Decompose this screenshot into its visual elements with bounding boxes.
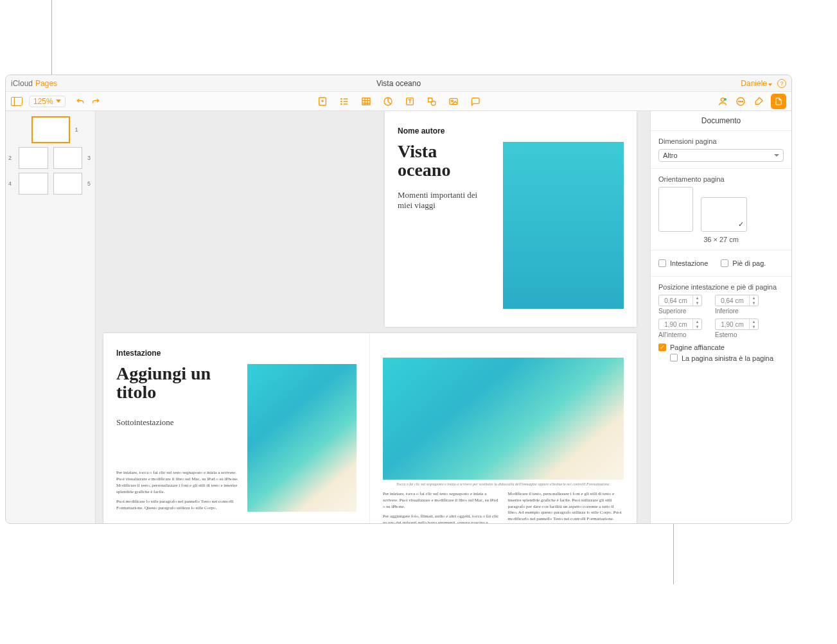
svg-point-8 [431, 101, 436, 105]
page-dimensions-text: 36 × 27 cm [658, 236, 784, 243]
page3-colA-2[interactable]: Per aggiungere foto, filmati, audio e al… [383, 514, 499, 523]
page-thumbnail-3[interactable] [53, 147, 83, 169]
format-button[interactable] [753, 96, 764, 107]
svg-point-11 [721, 98, 724, 101]
checkmark-icon: ✓ [738, 220, 744, 229]
chevron-down-icon [774, 154, 779, 157]
svg-rect-7 [428, 98, 432, 101]
image-placeholder-beach-1[interactable] [247, 364, 357, 512]
checkbox-icon [670, 354, 678, 361]
insert-page-button[interactable] [317, 96, 328, 107]
doc-big-title[interactable]: Vista oceano [398, 142, 494, 180]
page3-colB[interactable]: Modificare il testo, personalizzare i fo… [508, 491, 624, 523]
margin-bottom-stepper[interactable]: 0,64 cm▲▼ [715, 295, 759, 306]
help-button[interactable]: ? [777, 79, 786, 88]
left-page-first-checkbox[interactable]: La pagina sinistra è la pagina [670, 354, 784, 363]
document-title: Vista oceano [376, 79, 421, 88]
checkbox-checked-icon: ✓ [658, 344, 666, 351]
more-button[interactable] [735, 96, 746, 107]
brand-icloud: iCloud [11, 79, 33, 88]
chevron-down-icon [56, 100, 61, 103]
pagesize-select[interactable]: Altro [658, 149, 784, 162]
collaborate-button[interactable] [717, 96, 728, 107]
app-brand: iCloud Pages [11, 79, 57, 88]
document-inspector-button[interactable] [771, 94, 786, 109]
svg-point-10 [451, 100, 453, 102]
insert-shape-button[interactable] [426, 96, 437, 107]
page2-title[interactable]: Aggiungi un titolo [116, 364, 238, 402]
insert-text-button[interactable] [404, 96, 416, 107]
svg-point-15 [740, 101, 741, 101]
title-bar: iCloud Pages Vista oceano Daniele ? [6, 75, 791, 92]
inspector-title: Documento [651, 111, 791, 131]
image-placeholder-surfers[interactable] [503, 142, 624, 309]
facing-pages-checkbox[interactable]: ✓ Pagine affiancate [658, 344, 784, 351]
page-2[interactable]: Intestazione Aggiungi un titolo Sottoint… [103, 333, 370, 523]
checkbox-icon [721, 259, 728, 267]
doc-subtitle[interactable]: Momenti importanti dei miei viaggi [398, 190, 494, 211]
page-spread-2-3[interactable]: Intestazione Aggiungi un titolo Sottoint… [103, 333, 637, 523]
insert-chart-button[interactable] [382, 96, 394, 107]
margin-inside-stepper[interactable]: 1,90 cm▲▼ [658, 318, 702, 330]
svg-point-14 [739, 101, 739, 101]
undo-button[interactable] [75, 96, 86, 107]
image-caption[interactable]: Tocca o fai clic sul segnaposto e inizia… [383, 482, 624, 486]
document-canvas[interactable]: Nome autore Vista oceano Momenti importa… [96, 111, 650, 523]
page-thumbnails-panel: 1 2 3 4 5 [6, 111, 96, 523]
user-menu[interactable]: Daniele [741, 79, 772, 88]
page2-body-1[interactable]: Per iniziare, tocca o fai clic sul testo… [116, 470, 238, 495]
page-thumbnail-5[interactable] [53, 173, 83, 195]
app-window: iCloud Pages Vista oceano Daniele ? 125% [5, 74, 792, 524]
margin-outside-stepper[interactable]: 1,90 cm▲▼ [715, 318, 759, 330]
margin-top-stepper[interactable]: 0,64 cm▲▼ [658, 295, 702, 306]
page2-body-2[interactable]: Puoi modificare lo stile paragrafo nel p… [116, 499, 238, 512]
orientation-portrait[interactable] [658, 187, 693, 232]
page-thumbnail-4[interactable] [19, 173, 48, 195]
svg-point-2 [340, 101, 341, 101]
svg-point-3 [340, 103, 341, 104]
orientation-label: Orientamento pagina [658, 175, 784, 183]
toolbar: 125% [6, 92, 791, 111]
svg-point-12 [725, 98, 727, 100]
page-3[interactable]: Tocca o fai clic sul segnaposto e inizia… [370, 333, 637, 523]
redo-button[interactable] [90, 96, 101, 107]
page-thumbnail-2[interactable] [19, 147, 48, 169]
insert-comment-button[interactable] [470, 96, 481, 107]
hf-position-label: Posizione intestazione e piè di pagina [658, 283, 784, 291]
header-label[interactable]: Intestazione [116, 349, 357, 358]
chevron-down-icon [768, 83, 772, 86]
author-placeholder[interactable]: Nome autore [398, 126, 624, 135]
insert-list-button[interactable] [339, 96, 350, 107]
zoom-menu[interactable]: 125% [29, 96, 66, 107]
sidebar-toggle-button[interactable] [11, 97, 22, 106]
brand-pages: Pages [35, 79, 57, 88]
checkbox-icon [658, 259, 666, 267]
svg-point-1 [340, 98, 341, 99]
image-placeholder-beach-2[interactable] [383, 358, 624, 480]
page2-subtitle[interactable]: Sottointestazione [116, 417, 238, 428]
svg-point-16 [742, 101, 743, 101]
page-1[interactable]: Nome autore Vista oceano Momenti importa… [385, 111, 637, 327]
insert-media-button[interactable] [448, 96, 459, 107]
page-thumbnail-1[interactable] [31, 116, 70, 143]
insert-table-button[interactable] [360, 96, 372, 107]
svg-rect-4 [362, 98, 370, 105]
footer-checkbox[interactable]: Piè di pag. [721, 259, 766, 267]
page3-colA-1[interactable]: Per iniziare, tocca o fai clic sul testo… [383, 491, 499, 510]
orientation-landscape[interactable]: ✓ [701, 197, 747, 232]
inspector-panel: Documento Dimensioni pagina Altro Orient… [650, 111, 791, 523]
header-checkbox[interactable]: Intestazione [658, 259, 708, 267]
callout-line-thumbnails [51, 0, 52, 77]
pagesize-label: Dimensioni pagina [658, 137, 784, 145]
